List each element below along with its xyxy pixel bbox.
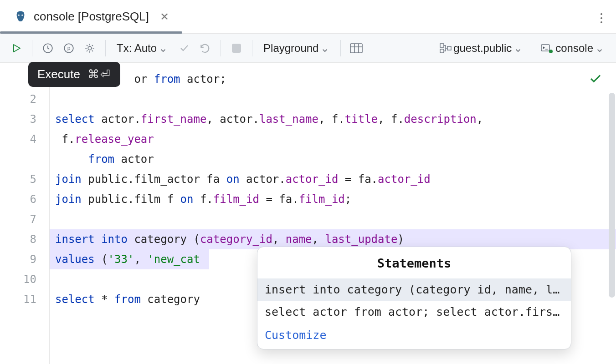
- toolbar: p Tx: Auto ⌄ Playground ⌄ guest.public ⌄…: [0, 34, 616, 63]
- tooltip-shortcut: ⌘⏎: [87, 67, 111, 81]
- line-number: 4: [0, 129, 36, 169]
- code-line[interactable]: or from actor;: [50, 69, 616, 89]
- playground-dropdown[interactable]: Playground ⌄: [260, 42, 333, 55]
- separator: [105, 40, 106, 56]
- line-number: 5: [0, 169, 36, 189]
- line-number: 7: [0, 209, 36, 229]
- editor: 1 2 3 4 5 6 7 8 9 10 11 or from actor; s…: [0, 63, 616, 364]
- tab-bar: console [PostgreSQL] ✕: [0, 0, 616, 34]
- session-icon: [541, 43, 554, 53]
- code-line[interactable]: select actor.first_name, actor.last_name…: [50, 109, 616, 129]
- settings-icon[interactable]: [82, 40, 98, 56]
- line-number: 8: [0, 229, 36, 249]
- popup-title: Statements: [257, 247, 571, 278]
- svg-rect-10: [541, 45, 549, 51]
- execute-tooltip: Execute ⌘⏎: [28, 62, 120, 87]
- svg-text:p: p: [67, 45, 70, 51]
- tab-title: console [PostgreSQL]: [34, 10, 149, 24]
- code-line[interactable]: join public.film f on f.film_id = fa.fil…: [50, 189, 616, 209]
- separator: [340, 40, 341, 56]
- line-number: 9: [0, 249, 36, 269]
- stop-button[interactable]: [228, 40, 245, 56]
- session-label: console: [555, 42, 593, 55]
- statement-item[interactable]: insert into category (category_id, name,…: [257, 278, 571, 301]
- line-number: 11: [0, 289, 36, 309]
- table-view-icon[interactable]: [348, 40, 364, 56]
- separator: [32, 40, 32, 56]
- tab-console[interactable]: console [PostgreSQL] ✕: [9, 0, 174, 33]
- line-number: 3: [0, 109, 36, 129]
- code-line[interactable]: from actor: [50, 149, 616, 169]
- code-line[interactable]: f.release_year: [50, 129, 616, 149]
- code-line[interactable]: join public.film_actor fa on actor.actor…: [50, 169, 616, 189]
- svg-point-11: [549, 50, 553, 53]
- scrollbar-thumb[interactable]: [609, 93, 615, 298]
- chevron-down-icon: ⌄: [595, 42, 604, 55]
- execute-button[interactable]: [8, 40, 25, 56]
- close-icon[interactable]: ✕: [160, 10, 169, 23]
- playground-label: Playground: [263, 42, 318, 55]
- schema-label: guest.public: [453, 42, 512, 55]
- line-number: 10: [0, 269, 36, 289]
- svg-point-0: [18, 14, 20, 15]
- statements-popup: Statements insert into category (categor…: [257, 247, 571, 349]
- commit-icon[interactable]: [176, 40, 192, 56]
- svg-rect-9: [447, 46, 451, 50]
- status-ok-icon[interactable]: [589, 72, 602, 86]
- svg-rect-8: [440, 49, 444, 53]
- gutter: 1 2 3 4 5 6 7 8 9 10 11: [0, 63, 49, 364]
- separator: [252, 40, 252, 56]
- line-number: 6: [0, 189, 36, 209]
- chevron-down-icon: ⌄: [159, 42, 168, 55]
- tx-label: Tx: Auto: [117, 42, 157, 55]
- code-area[interactable]: or from actor; select actor.first_name, …: [50, 63, 616, 364]
- customize-link[interactable]: Customize: [265, 329, 326, 342]
- postgres-icon: [14, 10, 27, 24]
- explain-icon[interactable]: p: [61, 40, 77, 56]
- tab-active-indicator: [0, 31, 182, 34]
- session-dropdown[interactable]: console ⌄: [537, 42, 608, 55]
- kebab-menu[interactable]: [601, 11, 602, 25]
- schema-dropdown[interactable]: guest.public ⌄: [436, 42, 526, 55]
- statement-item[interactable]: select actor from actor; select actor.fi…: [257, 301, 571, 323]
- popup-footer: Customize: [257, 323, 571, 349]
- code-line[interactable]: [50, 89, 616, 109]
- tooltip-label: Execute: [37, 67, 80, 81]
- code-line[interactable]: [50, 209, 616, 229]
- svg-point-1: [21, 14, 23, 15]
- history-icon[interactable]: [40, 40, 56, 56]
- svg-point-5: [88, 46, 92, 50]
- chevron-down-icon: ⌄: [513, 42, 523, 55]
- svg-rect-6: [350, 44, 362, 53]
- svg-rect-7: [440, 44, 444, 47]
- schema-icon: [440, 43, 452, 53]
- chevron-down-icon: ⌄: [320, 42, 329, 55]
- rollback-icon[interactable]: [197, 40, 213, 56]
- separator: [221, 40, 221, 56]
- tx-mode-dropdown[interactable]: Tx: Auto ⌄: [113, 42, 171, 55]
- line-number: 2: [0, 89, 36, 109]
